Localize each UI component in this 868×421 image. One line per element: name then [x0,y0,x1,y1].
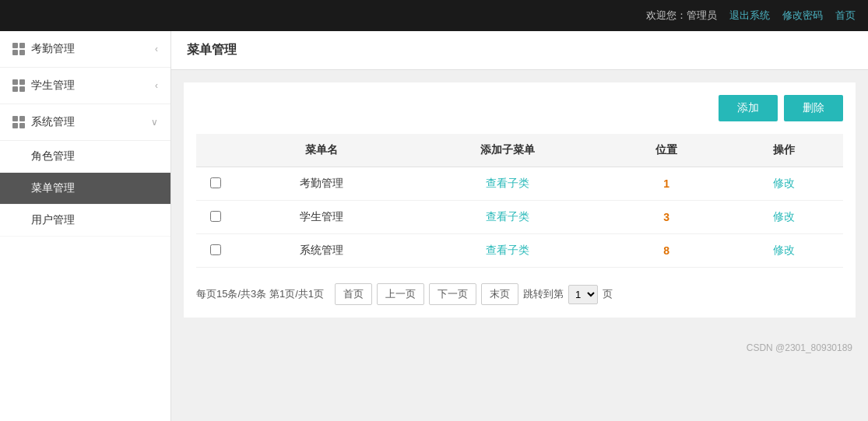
main-content: 菜单管理 添加 删除 菜单名 添加子菜单 位置 操作 [171,31,868,421]
layout: 考勤管理 ‹ 学生管理 ‹ 系统管理 ∨ [0,31,868,421]
toolbar: 添加 删除 [196,95,843,121]
col-add-sub: 添加子菜单 [408,134,608,167]
welcome-text: 欢迎您：管理员 [646,9,717,23]
sidebar-item-xitong[interactable]: 系统管理 ∨ [0,104,170,141]
sidebar: 考勤管理 ‹ 学生管理 ‹ 系统管理 ∨ [0,31,171,421]
sidebar-item-kaoqin[interactable]: 考勤管理 ‹ [0,31,170,68]
jump-suffix: 页 [603,287,613,301]
row-checkbox-1[interactable] [196,201,235,234]
table-header-row: 菜单名 添加子菜单 位置 操作 [196,134,843,167]
row-position-1: 3 [608,201,726,234]
row-action-0[interactable]: 修改 [726,167,843,201]
home-link[interactable]: 首页 [835,9,856,23]
change-password-link[interactable]: 修改密码 [782,9,823,23]
row-add-sub-2[interactable]: 查看子类 [408,234,608,268]
sidebar-kaoqin-label: 考勤管理 [31,42,75,56]
checkbox-1[interactable] [210,211,221,222]
sidebar-sub-juese[interactable]: 角色管理 [0,141,170,173]
sidebar-xuesheng-arrow: ‹ [155,80,158,91]
sidebar-sub-yonghu[interactable]: 用户管理 [0,205,170,237]
sidebar-item-xuesheng[interactable]: 学生管理 ‹ [0,68,170,104]
sidebar-juese-label: 角色管理 [31,149,75,162]
row-add-sub-0[interactable]: 查看子类 [408,167,608,201]
row-position-2: 8 [608,234,726,268]
col-name: 菜单名 [235,134,408,167]
sidebar-kaoqin-arrow: ‹ [155,44,158,54]
row-action-2[interactable]: 修改 [726,234,843,268]
top-nav: 欢迎您：管理员 退出系统 修改密码 首页 [0,0,868,31]
col-action: 操作 [726,134,843,167]
row-position-0: 1 [608,167,726,201]
row-action-1[interactable]: 修改 [726,201,843,234]
checkbox-0[interactable] [210,177,221,188]
logout-link[interactable]: 退出系统 [729,9,770,23]
sidebar-xitong-label: 系统管理 [31,115,75,129]
grid-icon-3 [12,116,25,128]
pagination: 每页15条/共3条 第1页/共1页 首页 上一页 下一页 末页 跳转到第 1 页 [196,283,843,305]
col-position: 位置 [608,134,726,167]
add-button[interactable]: 添加 [719,95,778,121]
table-row: 考勤管理 查看子类 1 修改 [196,167,843,201]
table-row: 系统管理 查看子类 8 修改 [196,234,843,268]
page-title: 菜单管理 [171,31,868,70]
last-page-button[interactable]: 末页 [481,283,518,305]
table-row: 学生管理 查看子类 3 修改 [196,201,843,234]
watermark: CSDN @2301_80930189 [171,330,868,366]
sidebar-caidan-label: 菜单管理 [31,181,75,194]
next-page-button[interactable]: 下一页 [429,283,476,305]
row-checkbox-2[interactable] [196,234,235,268]
grid-icon [12,43,25,55]
col-checkbox [196,134,235,167]
page-jump-select[interactable]: 1 [568,285,598,304]
pagination-info: 每页15条/共3条 第1页/共1页 [196,287,324,301]
grid-icon-2 [12,79,25,92]
menu-table: 菜单名 添加子菜单 位置 操作 考勤管理 查看子类 1 修改 学生管理 查看子类… [196,134,843,268]
content-area: 添加 删除 菜单名 添加子菜单 位置 操作 考勤管理 查看子类 [184,82,856,318]
prev-page-button[interactable]: 上一页 [377,283,424,305]
row-name-0: 考勤管理 [235,167,408,201]
row-name-2: 系统管理 [235,234,408,268]
row-add-sub-1[interactable]: 查看子类 [408,201,608,234]
first-page-button[interactable]: 首页 [335,283,372,305]
row-name-1: 学生管理 [235,201,408,234]
checkbox-2[interactable] [210,244,221,255]
sidebar-xuesheng-label: 学生管理 [31,79,75,93]
jump-prefix: 跳转到第 [523,287,564,301]
sidebar-xitong-arrow: ∨ [151,117,158,128]
delete-button[interactable]: 删除 [784,95,843,121]
sidebar-sub-caidan[interactable]: 菜单管理 [0,173,170,205]
row-checkbox-0[interactable] [196,167,235,201]
sidebar-yonghu-label: 用户管理 [31,213,75,226]
